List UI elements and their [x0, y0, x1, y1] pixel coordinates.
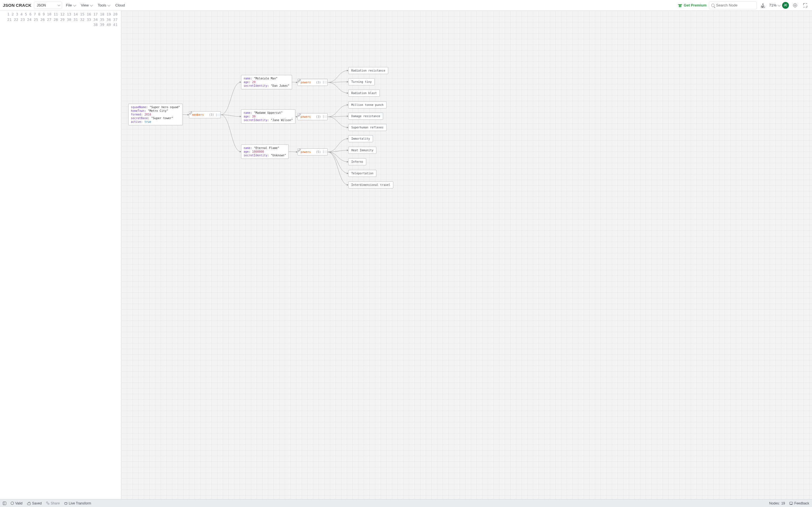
search-icon — [711, 4, 714, 7]
link-icon[interactable] — [216, 114, 220, 116]
chevron-down-icon — [73, 3, 76, 6]
graph-leaf-node[interactable]: Million tonne punch — [348, 101, 387, 108]
graph-member-node-1[interactable]: name: "Madame Uppercut"age: 39secretIden… — [241, 109, 296, 124]
fullscreen-button[interactable] — [801, 1, 809, 9]
graph-leaf-node[interactable]: Teleportation — [348, 170, 376, 177]
chevron-down-icon — [107, 3, 110, 6]
status-valid[interactable]: Valid — [11, 501, 22, 505]
user-avatar[interactable]: JC — [782, 2, 789, 9]
graph-leaf-node[interactable]: Radiation blast — [348, 90, 380, 97]
nodes-count: Nodes: 19 — [769, 501, 785, 505]
gear-icon — [793, 3, 797, 7]
graph-member-node-0[interactable]: name: "Molecule Man"age: 29secretIdentit… — [241, 75, 292, 89]
menu-file[interactable]: File — [64, 2, 77, 8]
graph-leaf-node[interactable]: Turning tiny — [348, 78, 375, 86]
download-button[interactable] — [759, 1, 767, 9]
graph-leaf-node[interactable]: Inferno — [348, 158, 366, 165]
chevron-down-icon — [777, 3, 781, 6]
graph-leaf-node[interactable]: Interdimensional travel — [348, 181, 393, 188]
toolbar: JSON CRACK JSON File View Tools Cloud Ge… — [0, 0, 812, 11]
link-icon[interactable] — [323, 81, 327, 83]
graph-canvas[interactable]: squadName: "Super hero squad"homeTown: "… — [121, 11, 812, 499]
graph-leaf-node[interactable]: Radiation resistance — [348, 67, 388, 74]
logo-crack: CRACK — [16, 3, 32, 8]
link-icon[interactable] — [323, 151, 327, 153]
format-select[interactable]: JSON — [34, 2, 62, 9]
get-premium-button[interactable]: Get Premium — [678, 3, 707, 7]
feedback-icon — [790, 502, 793, 505]
cloud-icon — [27, 503, 31, 505]
valid-icon — [10, 501, 14, 505]
feedback-button[interactable]: Feedback — [790, 501, 809, 505]
line-gutter: 1 2 3 4 5 6 7 8 9 10 11 12 13 14 15 16 1… — [0, 11, 121, 499]
menu-cloud[interactable]: Cloud — [114, 2, 126, 8]
app-logo: JSON CRACK — [3, 3, 32, 8]
toggle-panel-button[interactable] — [3, 502, 6, 505]
logo-json: JSON — [3, 3, 15, 8]
main-area: 1 2 3 4 5 6 7 8 9 10 11 12 13 14 15 16 1… — [0, 11, 812, 499]
graph-leaf-node[interactable]: Immortality — [348, 135, 373, 142]
graph-leaf-node[interactable]: Damage resistance — [348, 113, 383, 120]
zoom-dropdown[interactable]: 71% — [769, 3, 780, 7]
menu-tools[interactable]: Tools — [96, 2, 111, 8]
graph-leaf-node[interactable]: Heat Immunity — [348, 147, 376, 154]
menu-view[interactable]: View — [79, 2, 94, 8]
transform-icon — [64, 502, 67, 505]
fullscreen-icon — [803, 3, 807, 7]
graph-member-node-2[interactable]: name: "Eternal Flame"age: 1000000secretI… — [241, 145, 289, 159]
link-icon[interactable] — [323, 115, 327, 118]
graph-powers-node-2[interactable]: powers(5) — [297, 149, 327, 156]
search-node-input[interactable] — [709, 1, 757, 9]
gift-icon — [678, 3, 682, 7]
graph-root-node[interactable]: squadName: "Super hero squad"homeTown: "… — [128, 104, 183, 125]
status-bar: Valid Saved Share Live Transform Nodes: … — [0, 499, 812, 507]
panel-icon — [3, 502, 6, 505]
share-button[interactable]: Share — [46, 501, 60, 505]
share-icon — [46, 502, 49, 505]
chevron-down-icon — [90, 3, 93, 6]
download-icon — [761, 3, 765, 7]
graph-members-node[interactable]: members(3) — [189, 111, 221, 118]
graph-powers-node-0[interactable]: powers(3) — [297, 79, 327, 86]
graph-leaf-node[interactable]: Superhuman reflexes — [348, 124, 387, 131]
status-saved[interactable]: Saved — [27, 501, 42, 505]
live-transform-button[interactable]: Live Transform — [64, 501, 91, 505]
graph-powers-node-1[interactable]: powers(3) — [297, 113, 327, 120]
settings-button[interactable] — [791, 1, 799, 9]
search-field[interactable] — [716, 3, 754, 7]
format-select-value: JSON — [37, 3, 46, 7]
code-editor[interactable]: 1 2 3 4 5 6 7 8 9 10 11 12 13 14 15 16 1… — [0, 11, 121, 499]
